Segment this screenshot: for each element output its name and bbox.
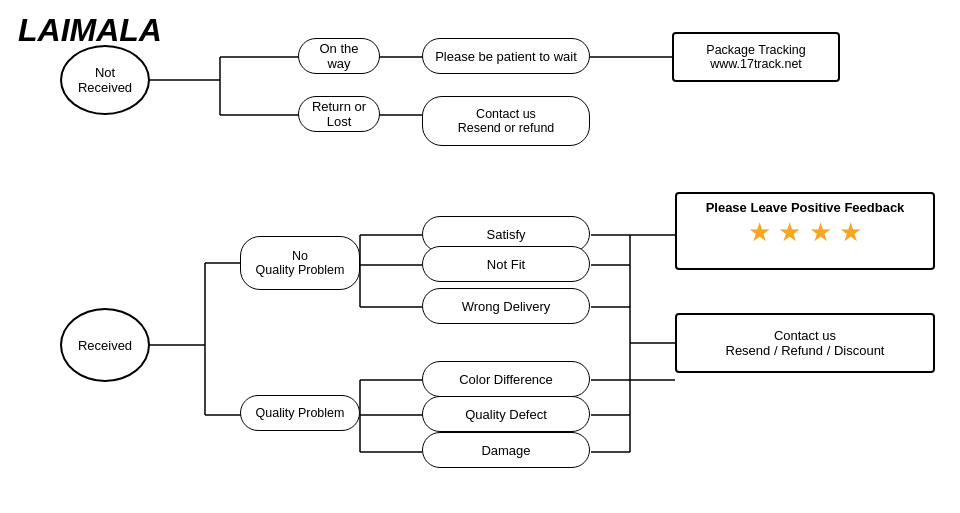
package-tracking-box: Package Tracking www.17track.net (672, 32, 840, 82)
diagram: LAIMALA Not Received On the way Return o… (0, 0, 960, 513)
contact-us-resend-refund-box: Contact us Resend or refund (422, 96, 590, 146)
wrong-delivery-box: Wrong Delivery (422, 288, 590, 324)
feedback-stars: ★ ★ ★ ★ (685, 217, 925, 248)
contact-us-refund-discount-box: Contact us Resend / Refund / Discount (675, 313, 935, 373)
quality-defect-box: Quality Defect (422, 396, 590, 432)
not-fit-box: Not Fit (422, 246, 590, 282)
color-difference-box: Color Difference (422, 361, 590, 397)
damage-box: Damage (422, 432, 590, 468)
please-be-patient-box: Please be patient to wait (422, 38, 590, 74)
feedback-box: Please Leave Positive Feedback ★ ★ ★ ★ (675, 192, 935, 270)
received-oval: Received (60, 308, 150, 382)
quality-problem-box: Quality Problem (240, 395, 360, 431)
not-received-oval: Not Received (60, 45, 150, 115)
on-the-way-box: On the way (298, 38, 380, 74)
return-or-lost-box: Return or Lost (298, 96, 380, 132)
no-quality-problem-box: No Quality Problem (240, 236, 360, 290)
logo: LAIMALA (18, 12, 162, 49)
feedback-title: Please Leave Positive Feedback (685, 200, 925, 215)
